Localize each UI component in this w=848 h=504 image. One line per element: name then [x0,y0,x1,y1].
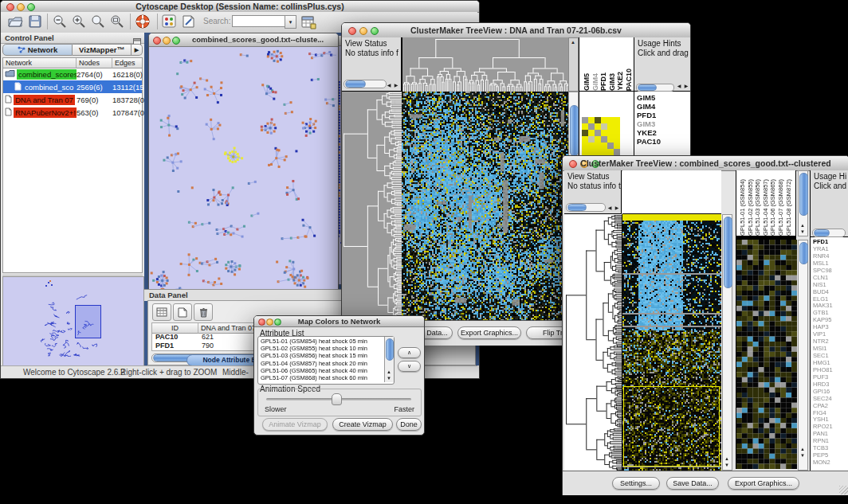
scrollbar-thumb[interactable] [570,105,579,156]
attribute-item[interactable]: GPL51-01 (GSM854) heat shock 05 min [258,338,384,345]
col-nodes[interactable]: Nodes [77,58,112,68]
control-panel-tabs: Network VizMapper™ ▶ [2,44,143,57]
scroll-up-icon[interactable]: ▲ [723,456,731,462]
tab-network[interactable]: Network [2,44,73,56]
similarity-matrix[interactable] [582,117,620,155]
move-up-button[interactable]: ∧ [398,347,421,358]
treeview2-row-dendrogram[interactable] [564,214,622,471]
create-vizmap-button[interactable]: Create Vizmap [332,418,393,431]
network-overview-panel[interactable] [2,276,144,367]
attribute-list-vscrollbar[interactable]: ▲ ▼ [384,337,394,382]
view-status-hscrollbar[interactable] [344,80,387,88]
done-button[interactable]: Done [396,418,422,431]
save-session-icon[interactable] [28,14,42,32]
gene-label: NIS1 [811,282,848,289]
network1-titlebar[interactable]: combined_scores_good.txt--cluste... [149,33,338,47]
zoom-button[interactable] [172,37,180,45]
help-lifering-icon[interactable] [135,14,151,33]
scrollbar-thumb[interactable] [638,84,657,91]
scrollbar-thumb[interactable] [386,338,394,361]
zoom-in-icon[interactable] [71,14,87,32]
column-labels-vscrollbar[interactable]: ▲ ▼ [798,170,808,236]
network-row[interactable]: RNAPuberNov2+!563(0)107847(0) [3,106,142,119]
zoom-out-icon[interactable] [52,14,68,32]
new-attribute-icon[interactable] [173,303,192,321]
open-session-icon[interactable] [7,14,23,32]
treeview2-zoom-heatmap[interactable] [736,240,797,469]
scroll-down-icon[interactable]: ▼ [799,453,807,459]
toolbar-separator [130,14,131,29]
table-mode-icon[interactable] [152,303,171,321]
scroll-up-icon[interactable]: ▲ [385,369,393,375]
settings-button[interactable]: Settings... [612,477,660,490]
scroll-right-icon[interactable]: ▶ [392,83,400,88]
network-row[interactable]: DNA and Tran 07769(0)183728(0) [3,93,142,106]
scroll-up-icon[interactable]: ▲ [799,223,807,229]
scrollbar-thumb[interactable] [567,204,587,211]
scroll-up-icon[interactable]: ▲ [569,40,577,45]
network-name-cell: combined_sco [3,82,77,92]
search-input[interactable] [232,15,286,27]
scroll-right-icon[interactable]: ▶ [613,205,621,211]
col-edges[interactable]: Edges [112,58,142,68]
col-network[interactable]: Network [3,58,77,68]
close-button[interactable] [153,37,161,45]
tab-vizmapper[interactable]: VizMapper™ [73,44,132,56]
scroll-right-icon[interactable]: ▶ [682,84,690,89]
gene-list-vscrollbar[interactable]: ▲ ▼ [798,240,808,471]
export-graphics-button[interactable]: Export Graphics... [728,477,799,490]
treeview1-heatmap[interactable] [402,92,568,320]
main-titlebar[interactable]: Cytoscape Desktop (Session Name: collins… [1,1,479,13]
search-dropdown-icon[interactable]: ▾ [285,15,296,29]
move-down-button[interactable]: ∨ [398,361,421,372]
vizmap-icon[interactable] [162,14,177,32]
treeview1-titlebar[interactable]: ClusterMaker TreeView : DNA and Tran 07-… [342,23,690,38]
matrix-cell [607,136,614,143]
tab-overflow-button[interactable]: ▶ [132,44,143,56]
scrollbar-thumb[interactable] [345,80,366,88]
scrollbar-thumb[interactable] [724,217,732,288]
status-hint-zoom: Right-click + drag to ZOOM [120,368,217,377]
view-status-hscrollbar[interactable] [566,203,606,212]
network-row[interactable]: combined_scores2764(0)16218(0) [3,68,142,80]
resize-grip[interactable] [839,486,848,494]
network-view-1-canvas[interactable] [149,47,336,289]
scroll-down-icon[interactable]: ▼ [723,463,731,468]
network-table: combined_scores2764(0)16218(0)combined_s… [3,68,142,119]
attribute-item[interactable]: GPL51-04 (GSM857) heat shock 20 min [258,360,384,367]
speed-slider-thumb[interactable] [332,393,342,405]
usage-hints-hscrollbar[interactable] [812,229,846,237]
annotation-icon[interactable] [181,14,196,32]
column-label: GPL51-02 (GSM855) [747,179,755,236]
treeview1-column-dendrogram[interactable] [402,37,569,92]
tab-network-label: Network [28,45,57,54]
scrollbar-thumb[interactable] [799,173,808,216]
scroll-down-icon[interactable]: ▼ [385,376,393,381]
scrollbar-thumb[interactable] [799,242,808,264]
scrollbar-thumb[interactable] [814,229,830,236]
save-data-button[interactable]: Save Data... [666,477,719,490]
treeview2-heatmap[interactable] [622,214,721,471]
network-row[interactable]: combined_sco2569(6)13112(15) [3,80,142,93]
treeview1-row-dendrogram[interactable] [342,92,402,320]
dialog-titlebar[interactable]: Map Colors to Network [254,316,424,327]
attribute-item[interactable]: GPL51-02 (GSM855) heat shock 10 min [258,345,384,352]
attribute-item[interactable]: GPL51-06 (GSM865) heat shock 40 min [258,367,384,374]
attribute-item[interactable]: GPL51-03 (GSM856) heat shock 15 min [258,352,384,359]
treeview2-vscrollbar[interactable]: ▲ ▼ [722,214,732,471]
gene-label: HAP3 [811,324,848,331]
view-status-text: No status info f [342,49,401,58]
table-browser-icon[interactable] [300,14,316,33]
attribute-item[interactable]: GPL51-07 (GSM868) heat shock 60 min [258,374,384,381]
zoom-selected-icon[interactable] [109,14,125,32]
scroll-down-icon[interactable]: ▼ [799,229,807,235]
zoom-fit-icon[interactable] [90,14,106,32]
export-graphics-button[interactable]: Export Graphics... [457,326,521,339]
delete-attribute-icon[interactable] [194,303,213,321]
minimize-button[interactable] [163,37,171,45]
scroll-up-icon[interactable]: ▲ [799,447,807,452]
row-label: PAC10 [634,137,690,146]
treeview2-titlebar[interactable]: ClusterMaker TreeView : combined_scores_… [563,156,848,171]
usage-hints-hscrollbar[interactable] [636,84,674,92]
animate-vizmap-button[interactable]: Animate Vizmap [262,418,328,431]
